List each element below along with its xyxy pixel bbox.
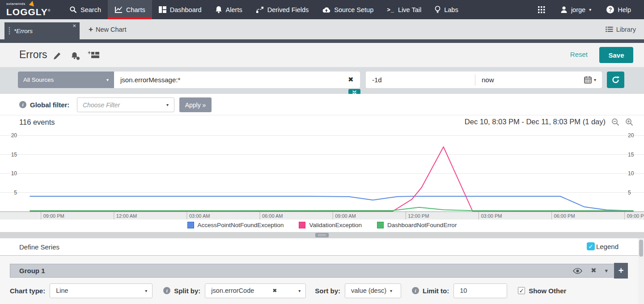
tab-errors[interactable]: *Errors × [4, 22, 80, 39]
zoom-out-icon[interactable] [611, 118, 619, 126]
tab-close-icon[interactable]: × [72, 23, 76, 29]
nav-item-live-tail[interactable]: >_ Live Tail [380, 0, 428, 19]
legend-label: ValidationException [309, 222, 362, 228]
legend-swatch [377, 222, 384, 228]
time-range-text: Dec 10, 8:03 PM - Dec 11, 8:03 PM (1 day… [465, 118, 606, 126]
collapse-group-icon[interactable]: ▾ [605, 268, 608, 274]
loggly-logo[interactable]: solarwinds LOGGLY® [0, 0, 63, 19]
sort-by-label: Sort by: [315, 287, 340, 295]
time-range-box: ▾ [366, 72, 602, 88]
tab-label: *Errors [14, 28, 33, 34]
range-cluster: Dec 10, 8:03 PM - Dec 11, 8:03 PM (1 day… [465, 118, 633, 126]
calendar-picker-button[interactable]: ▾ [584, 76, 602, 84]
scrollbar-track[interactable] [638, 238, 644, 304]
svg-text:03:00 PM: 03:00 PM [481, 213, 502, 219]
derived-fields-icon [256, 6, 264, 13]
zoom-in-icon[interactable] [625, 118, 633, 126]
title-bar: Errors + Reset Save [0, 43, 644, 67]
add-group-button[interactable]: + [614, 263, 628, 279]
app-grid-button[interactable] [531, 6, 552, 13]
tab-bar: *Errors × + New Chart Library [0, 19, 644, 39]
lightbulb-icon [435, 6, 441, 13]
legend-toggle[interactable]: ✓ Legend [587, 242, 619, 250]
bell-icon [215, 6, 222, 13]
time-to-input[interactable] [475, 72, 565, 88]
limit-input[interactable] [453, 283, 507, 298]
legend-swatch [299, 222, 305, 228]
info-icon: i [163, 287, 170, 294]
svg-text:15: 15 [11, 152, 17, 158]
group-title: Group 1 [19, 267, 45, 274]
global-filter-label: Global filter: [30, 101, 69, 109]
legend-item[interactable]: AccessPointNotFoundException [187, 222, 284, 228]
save-button[interactable]: Save [599, 47, 633, 63]
alert-settings-icon[interactable] [71, 52, 80, 61]
nav-item-dashboard[interactable]: Dashboard [152, 0, 208, 19]
search-toolbar: All Sources ▾ ✖ ▾ [0, 67, 644, 94]
user-menu[interactable]: jorge ▾ [554, 6, 598, 13]
global-filter-row: i Global filter: Choose Filter ▾ Apply » [0, 94, 644, 115]
svg-text:03:00 AM: 03:00 AM [189, 213, 210, 219]
help-menu[interactable]: ? Help [600, 6, 638, 13]
source-group-select[interactable]: All Sources ▾ [18, 72, 114, 88]
grid-icon [538, 6, 545, 13]
show-other-checkbox-checked[interactable]: ✓ [518, 287, 525, 294]
help-icon: ? [606, 6, 614, 13]
chart-type-select[interactable]: Line ▾ [50, 283, 153, 298]
legend-label: AccessPointNotFoundException [198, 222, 284, 228]
svg-text:20: 20 [11, 132, 17, 139]
legend-item[interactable]: ValidationException [299, 222, 362, 228]
username: jorge [571, 6, 585, 13]
chart-type-label: Chart type: [10, 287, 45, 295]
visibility-eye-icon[interactable] [573, 268, 582, 274]
nav-item-charts[interactable]: Charts [108, 0, 152, 19]
new-chart-button[interactable]: + New Chart [89, 19, 126, 39]
legend-swatch [187, 222, 194, 228]
scrollbar-thumb[interactable] [639, 240, 643, 257]
list-icon [606, 26, 613, 32]
chevron-down-icon: ▾ [106, 77, 109, 82]
nav-item-source-setup[interactable]: Source Setup [315, 0, 380, 19]
legend-checkbox-checked[interactable]: ✓ [587, 242, 595, 250]
chevron-down-icon: ▾ [594, 77, 596, 82]
nav-item-search[interactable]: Search [63, 0, 108, 19]
calendar-icon [584, 76, 592, 84]
svg-text:12:00 AM: 12:00 AM [116, 213, 137, 219]
nav-item-derived-fields[interactable]: Derived Fields [249, 0, 316, 19]
dashboard-icon [159, 6, 166, 13]
edit-pencil-icon[interactable] [53, 52, 61, 60]
series-groups-panel: Group 1 ✖ ▾ + Chart type: Line ▾ i Split… [0, 256, 638, 304]
search-icon [69, 6, 77, 13]
add-to-dashboard-icon[interactable]: + [88, 51, 99, 60]
time-from-input[interactable] [366, 72, 475, 88]
legend-item[interactable]: DashboardNotFoundError [377, 222, 457, 228]
global-filter-select[interactable]: Choose Filter ▾ [77, 97, 174, 112]
svg-text:15: 15 [628, 152, 634, 158]
library-button[interactable]: Library [606, 19, 636, 39]
refresh-search-button[interactable] [607, 72, 624, 88]
chevron-down-icon: ▾ [145, 288, 147, 293]
limit-label: Limit to: [423, 287, 449, 295]
apply-filter-button[interactable]: Apply » [179, 97, 212, 112]
svg-text:09:00 PM: 09:00 PM [43, 213, 64, 219]
sort-by-select[interactable]: value (desc) ▾ [345, 283, 401, 298]
remove-group-icon[interactable]: ✖ [591, 267, 597, 274]
show-other-toggle[interactable]: ✓ Show Other [518, 287, 566, 295]
group-header[interactable]: Group 1 ✖ ▾ + [10, 264, 628, 278]
chart-canvas[interactable]: 5510101515202009:00 PM12:00 AM03:00 AM06… [0, 132, 644, 220]
refresh-icon [611, 76, 620, 84]
split-by-select[interactable]: json.errorCode ✖ ▾ [205, 283, 306, 298]
filter-placeholder: Choose Filter [83, 101, 120, 109]
reset-button[interactable]: Reset [570, 51, 588, 58]
panel-resize-handle[interactable] [315, 233, 329, 237]
search-query-input[interactable] [114, 72, 360, 88]
svg-text:+: + [88, 51, 91, 56]
clear-query-icon[interactable]: ✖ [348, 76, 354, 84]
group-controls: Chart type: Line ▾ i Split by: json.erro… [10, 283, 631, 298]
clear-split-icon[interactable]: ✖ [272, 287, 277, 294]
nav-item-alerts[interactable]: Alerts [208, 0, 249, 19]
cloud-upload-icon [322, 6, 330, 13]
terminal-icon: >_ [387, 6, 394, 13]
nav-item-labs[interactable]: Labs [428, 0, 465, 19]
info-icon: i [19, 101, 26, 108]
